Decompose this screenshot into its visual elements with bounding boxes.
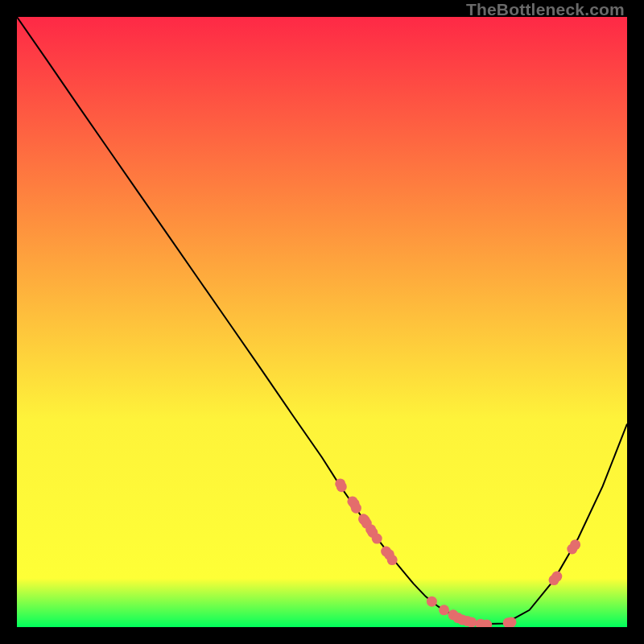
- chart-background: [17, 17, 627, 627]
- watermark-text: TheBottleneck.com: [466, 0, 625, 19]
- chart-frame: [17, 17, 627, 627]
- data-point: [336, 481, 347, 492]
- data-point: [570, 539, 580, 550]
- data-point: [466, 617, 477, 627]
- data-point: [387, 555, 398, 565]
- data-point: [372, 534, 382, 544]
- chart-svg: [17, 17, 627, 627]
- data-point: [506, 617, 517, 627]
- data-point: [351, 503, 361, 514]
- data-point: [439, 605, 449, 615]
- data-point: [427, 597, 437, 607]
- data-point: [551, 572, 562, 582]
